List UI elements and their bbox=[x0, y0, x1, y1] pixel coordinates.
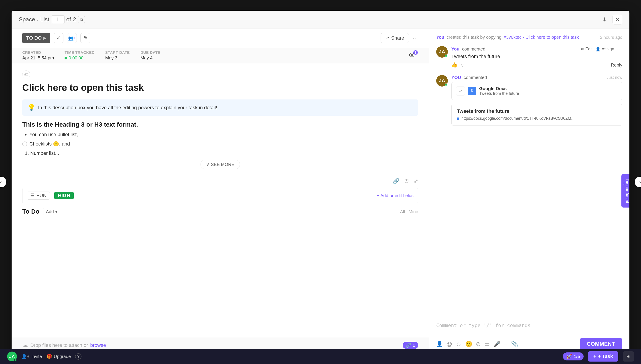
comment-user-2: YOU bbox=[451, 75, 461, 80]
avatar-online-2 bbox=[445, 84, 447, 86]
comment-header-2: YOU commented Just now bbox=[451, 75, 622, 80]
add-member-button[interactable]: 👥 + bbox=[67, 33, 77, 43]
topbar-actions: ⬇ ✕ bbox=[600, 15, 622, 24]
edit-icon: ✏ bbox=[581, 46, 584, 52]
more-options-button[interactable]: ··· bbox=[412, 35, 418, 41]
comment-reactions-1: 👍 ☺ Reply bbox=[451, 62, 622, 68]
assign-person-icon: 👤 bbox=[595, 46, 601, 52]
mention-user-button[interactable]: 👤 bbox=[436, 341, 443, 347]
filter-mine-button[interactable]: Mine bbox=[409, 209, 418, 214]
task-toolbar: TO DO ▶ ✓ 👥 + ⚑ ↗ Share bbox=[12, 28, 429, 48]
total-pages: 2 bbox=[73, 16, 76, 23]
breadcrumb: Space › List of 2 ⧉ bbox=[19, 15, 85, 24]
help-icon: ? bbox=[75, 353, 82, 360]
breadcrumb-sep1: › bbox=[37, 17, 38, 22]
comment-input[interactable] bbox=[436, 321, 622, 336]
like-button[interactable]: 👍 bbox=[451, 62, 458, 68]
watch-badge: 1 bbox=[413, 50, 418, 55]
filter-all-button[interactable]: All bbox=[400, 209, 405, 214]
task-meta-bar: CREATED Apr 21, 5:54 pm TIME TRACKED 0:0… bbox=[12, 48, 429, 64]
list-label: List bbox=[40, 16, 49, 23]
comment-submit-button[interactable]: COMMENT bbox=[580, 338, 622, 350]
activity-area: You created this task by copying #3v6kte… bbox=[429, 28, 630, 317]
confused-tab[interactable]: I'm confused ! bbox=[622, 174, 630, 208]
link-icon[interactable]: 🔗 bbox=[393, 178, 400, 184]
check-button[interactable]: ✓ bbox=[54, 33, 64, 43]
close-icon: ✕ bbox=[616, 17, 620, 22]
at-mention-button[interactable]: @ bbox=[446, 341, 452, 348]
reply-button[interactable]: Reply bbox=[611, 62, 622, 68]
activity-task-link[interactable]: #3v6ktec - Click here to open this task bbox=[504, 35, 579, 40]
text-format-button[interactable]: ≡ bbox=[504, 341, 508, 348]
gdoc-card[interactable]: ⤢ D Google Docs Tweets from the future bbox=[451, 82, 622, 100]
priority-badge[interactable]: HIGH bbox=[54, 192, 74, 199]
comment-box: 👤 @ ☺ 🙂 ⊘ ▭ 🎤 ≡ 📎 COMMENT bbox=[429, 317, 630, 353]
flag-button[interactable]: ⚑ bbox=[80, 33, 90, 43]
close-button[interactable]: ✕ bbox=[612, 15, 622, 24]
link-card-title: Tweets from the future bbox=[457, 108, 617, 114]
link-preview-card[interactable]: Tweets from the future ■ https://docs.go… bbox=[451, 104, 622, 126]
add-label: Add bbox=[46, 209, 54, 214]
status-button[interactable]: TO DO ▶ bbox=[22, 33, 50, 43]
browse-link[interactable]: browse bbox=[90, 342, 106, 348]
due-date-value: May 4 bbox=[140, 56, 160, 60]
comment-more-button-1[interactable]: ··· bbox=[617, 46, 622, 52]
slash-command-button[interactable]: ⊘ bbox=[476, 341, 481, 348]
add-dropdown-button[interactable]: Add ▾ bbox=[43, 208, 60, 215]
add-fields-button[interactable]: + Add or edit fields bbox=[377, 193, 414, 198]
confused-icon: ! bbox=[623, 180, 625, 186]
task-fields-section: ☰ FUN HIGH + Add or edit fields bbox=[22, 188, 418, 203]
app-bar: JA 👤+ Invite 🎁 Upgrade ? 🚀 1/5 + + Task … bbox=[0, 349, 641, 364]
audio-button[interactable]: 🎤 bbox=[494, 341, 500, 348]
activity-you: You bbox=[436, 35, 444, 40]
checklist-item-1[interactable]: Checklists 🙂, and bbox=[22, 141, 418, 147]
invite-button[interactable]: 👤+ Invite bbox=[21, 354, 42, 359]
checklist-circle[interactable] bbox=[22, 142, 27, 146]
notification-badge[interactable]: 🚀 1/5 bbox=[563, 352, 584, 360]
of-label: of bbox=[66, 16, 71, 23]
status-label: TO DO bbox=[26, 35, 42, 41]
created-value: Apr 21, 5:54 pm bbox=[22, 56, 54, 60]
gdoc-info: Google Docs Tweets from the future bbox=[479, 86, 618, 96]
tag-field[interactable]: ☰ FUN bbox=[27, 192, 50, 200]
add-task-button[interactable]: + + Task bbox=[588, 351, 618, 362]
links-icon: 🔗 bbox=[406, 343, 411, 348]
status-arrow-icon: ▶ bbox=[44, 36, 46, 40]
gdoc-expand-button[interactable]: ⤢ bbox=[456, 86, 465, 96]
flag-icon: ⚑ bbox=[83, 35, 88, 41]
emoji-reaction-button[interactable]: ☺ bbox=[460, 62, 465, 68]
edit-comment-button[interactable]: ✏ Edit bbox=[581, 46, 593, 52]
apps-button[interactable]: ⊞ bbox=[623, 351, 634, 362]
tag-field-value: FUN bbox=[36, 193, 46, 198]
task-checklist: Checklists 🙂, and bbox=[22, 141, 418, 147]
comment-text-1: Tweets from the future bbox=[451, 54, 622, 60]
copy-link-button[interactable]: ⧉ bbox=[78, 16, 85, 23]
emoji-button-2[interactable]: 🙂 bbox=[465, 341, 472, 348]
help-button[interactable]: ? bbox=[75, 353, 82, 360]
links-badge[interactable]: 🔗 1 bbox=[403, 342, 418, 349]
time-label: TIME TRACKED bbox=[64, 50, 94, 55]
task-modal: Space › List of 2 ⧉ ⬇ ✕ TO DO ▶ bbox=[12, 11, 630, 353]
download-button[interactable]: ⬇ bbox=[600, 15, 609, 24]
task-title[interactable]: Click here to open this task bbox=[22, 82, 418, 93]
avatar-2: JA bbox=[436, 75, 448, 86]
tag-icon-button[interactable]: 🏷 bbox=[22, 70, 30, 78]
task-action-icons: ∨ SEE MORE bbox=[22, 160, 418, 178]
screen-button[interactable]: ▭ bbox=[484, 341, 490, 348]
add-icon: + bbox=[74, 36, 76, 40]
avatar-initials-1: JA bbox=[439, 49, 445, 55]
watch-button[interactable]: 👁 1 bbox=[407, 50, 418, 62]
expand-icon[interactable]: ⤢ bbox=[414, 178, 418, 184]
callout-icon: 💡 bbox=[28, 104, 36, 111]
created-label: CREATED bbox=[22, 50, 54, 55]
assign-comment-button[interactable]: 👤 Assign bbox=[595, 46, 614, 52]
upgrade-button[interactable]: 🎁 Upgrade bbox=[46, 354, 71, 359]
emoji-button-1[interactable]: ☺ bbox=[456, 341, 462, 348]
page-number-input[interactable] bbox=[51, 15, 64, 24]
see-more-button[interactable]: ∨ SEE MORE bbox=[200, 160, 240, 169]
attachment-button[interactable]: 📎 bbox=[511, 341, 518, 348]
share-button[interactable]: ↗ Share bbox=[380, 33, 409, 43]
comment-block-1: JA You commented ✏ Edit bbox=[436, 46, 622, 70]
history-icon[interactable]: ⏱ bbox=[404, 178, 409, 184]
grid-icon: ⊞ bbox=[626, 354, 630, 359]
